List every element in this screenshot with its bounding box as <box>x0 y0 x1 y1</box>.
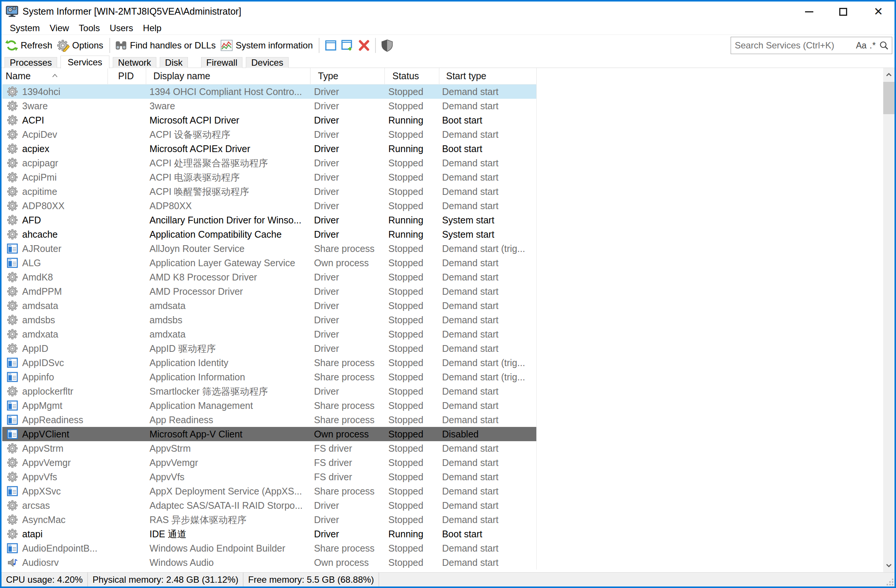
table-row[interactable]: AJRouterAllJoyn Router ServiceShare proc… <box>2 242 536 256</box>
table-row[interactable]: AmdPPMAMD Processor DriverDriverStoppedD… <box>2 284 536 298</box>
system-information-label: System information <box>236 40 313 51</box>
tab-processes[interactable]: Processes <box>5 57 57 68</box>
cell-start: Demand start <box>439 413 536 427</box>
column-header-status[interactable]: Status <box>385 68 439 84</box>
scroll-up-button[interactable] <box>883 68 894 82</box>
tab-disk[interactable]: Disk <box>160 57 188 68</box>
table-row[interactable]: ACPIMicrosoft ACPI DriverDriverRunningBo… <box>2 113 536 127</box>
cell-type: Driver <box>310 213 384 227</box>
tab-devices[interactable]: Devices <box>246 57 288 68</box>
menu-users[interactable]: Users <box>105 22 138 35</box>
system-information-button[interactable]: System information <box>219 38 316 53</box>
tab-firewall[interactable]: Firewall <box>201 57 243 68</box>
gear-icon <box>7 272 22 283</box>
close-icon: ✕ <box>873 6 883 17</box>
table-row[interactable]: ahcacheApplication Compatibility CacheDr… <box>2 227 536 242</box>
cell-type: Driver <box>310 170 384 184</box>
table-row[interactable]: amdsbsamdsbsDriverStoppedDemand start <box>2 313 536 327</box>
cell-name: acpipagr <box>2 156 108 170</box>
cell-type: Share process <box>310 356 384 370</box>
cell-status: Stopped <box>384 298 439 313</box>
table-row[interactable]: AppinfoApplication InformationShare proc… <box>2 370 536 384</box>
cell-type: Driver <box>310 527 384 541</box>
service-name: AppvVemgr <box>22 457 71 468</box>
table-row[interactable]: AFDAncillary Function Driver for Winso..… <box>2 213 536 227</box>
minimize-button[interactable] <box>797 2 821 22</box>
table-row[interactable]: AmdK8AMD K8 Processor DriverDriverStoppe… <box>2 270 536 284</box>
open-window-button[interactable] <box>339 38 355 53</box>
table-row[interactable]: AppVClientMicrosoft App-V ClientOwn proc… <box>2 427 536 441</box>
table-row[interactable]: 1394ohci1394 OHCI Compliant Host Contro.… <box>2 85 536 99</box>
find-handles-button[interactable]: Find handles or DLLs <box>113 38 219 53</box>
chevron-up-icon <box>886 73 892 77</box>
service-name: AppvStrm <box>22 443 64 454</box>
table-row[interactable]: ALGApplication Layer Gateway ServiceOwn … <box>2 256 536 270</box>
refresh-button[interactable]: Refresh <box>4 38 55 53</box>
table-row[interactable]: AppIDAppID 驱动程序DriverStoppedDemand start <box>2 341 536 356</box>
column-header-start-type[interactable]: Start type <box>439 68 537 84</box>
cell-start: Demand start <box>439 541 536 555</box>
table-row[interactable]: arcsasAdaptec SAS/SATA-II RAID Storpo...… <box>2 498 536 512</box>
cell-status: Stopped <box>384 456 439 470</box>
search-input[interactable]: Search Services (Ctrl+K) Aa .* <box>731 37 892 54</box>
gear-icon <box>7 500 22 511</box>
cell-status: Running <box>384 213 439 227</box>
table-row[interactable]: AcpiDevACPI 设备驱动程序DriverStoppedDemand st… <box>2 127 536 141</box>
menu-view[interactable]: View <box>45 22 74 35</box>
tab-network[interactable]: Network <box>113 57 156 68</box>
table-row[interactable]: AcpiPmiACPI 电源表驱动程序DriverStoppedDemand s… <box>2 170 536 184</box>
service-name: ADP80XX <box>22 201 65 211</box>
match-case-icon[interactable]: Aa <box>856 41 867 51</box>
options-button[interactable]: Options <box>55 38 107 53</box>
menu-system[interactable]: System <box>5 22 45 35</box>
column-header-pid[interactable]: PID <box>108 68 146 84</box>
table-row[interactable]: AudiosrvWindows AudioOwn processStoppedD… <box>2 555 536 570</box>
close-all-button[interactable] <box>355 38 372 53</box>
magnifier-icon[interactable] <box>879 41 889 50</box>
regex-icon[interactable]: .* <box>870 41 876 51</box>
table-row[interactable]: applockerfltrSmartlocker 筛选器驱动程序DriverSt… <box>2 384 536 398</box>
tab-services[interactable]: Services <box>61 56 110 68</box>
table-row[interactable]: AsyncMacRAS 异步媒体驱动程序DriverStoppedDemand … <box>2 512 536 527</box>
table-row[interactable]: AppvVfsAppvVfsFS driverStoppedDemand sta… <box>2 470 536 484</box>
column-header-display-name[interactable]: Display name <box>146 68 311 84</box>
maximize-button[interactable] <box>830 2 855 22</box>
table-row[interactable]: AppvVemgrAppvVemgrFS driverStoppedDemand… <box>2 456 536 470</box>
status-segment: Physical memory: 2.48 GB (31.12%) <box>88 574 243 585</box>
sort-asc-icon <box>52 69 58 80</box>
new-window-button[interactable] <box>323 38 339 53</box>
table-row[interactable]: acpiexMicrosoft ACPIEx DriverDriverRunni… <box>2 141 536 156</box>
cell-display: Microsoft App-V Client <box>146 427 311 441</box>
table-row[interactable]: AudioEndpointB...Windows Audio Endpoint … <box>2 541 536 555</box>
menu-help[interactable]: Help <box>138 22 166 35</box>
cell-name: atapi <box>2 527 108 541</box>
cell-pid <box>108 141 146 156</box>
table-row[interactable]: AppReadinessApp ReadinessShare processSt… <box>2 413 536 427</box>
table-row[interactable]: AppvStrmAppvStrmFS driverStoppedDemand s… <box>2 441 536 456</box>
service-name: AsyncMac <box>22 514 66 525</box>
table-row[interactable]: ADP80XXADP80XXDriverStoppedDemand start <box>2 199 536 213</box>
table-row[interactable]: atapiIDE 通道DriverRunningBoot start <box>2 527 536 541</box>
table-row[interactable]: 3ware3wareDriverStoppedDemand start <box>2 99 536 113</box>
table-row[interactable]: AppXSvcAppX Deployment Service (AppXS...… <box>2 484 536 498</box>
cell-type: Share process <box>310 541 384 555</box>
table-row[interactable]: acpipagrACPI 处理器聚合器驱动程序DriverStoppedDema… <box>2 156 536 170</box>
scrollbar-thumb[interactable] <box>883 82 894 114</box>
table-row[interactable]: AppIDSvcApplication IdentityShare proces… <box>2 356 536 370</box>
scroll-down-button[interactable] <box>883 559 894 572</box>
close-button[interactable]: ✕ <box>866 2 891 22</box>
minimize-icon <box>805 11 813 12</box>
resize-grip-icon[interactable] <box>887 579 893 585</box>
cell-type: Driver <box>310 99 384 113</box>
table-row[interactable]: amdxataamdxataDriverStoppedDemand start <box>2 327 536 341</box>
cell-start: Demand start <box>439 398 536 413</box>
vertical-scrollbar[interactable] <box>883 68 894 572</box>
cell-name: AppXSvc <box>2 484 108 498</box>
menu-tools[interactable]: Tools <box>74 22 105 35</box>
table-row[interactable]: acpitimeACPI 唤醒警报驱动程序DriverStoppedDemand… <box>2 184 536 199</box>
table-row[interactable]: AppMgmtApplication ManagementShare proce… <box>2 398 536 413</box>
table-row[interactable]: amdsataamdsataDriverStoppedDemand start <box>2 298 536 313</box>
column-header-type[interactable]: Type <box>311 68 385 84</box>
elevate-button[interactable] <box>379 38 395 53</box>
column-header-name[interactable]: Name <box>2 68 108 84</box>
